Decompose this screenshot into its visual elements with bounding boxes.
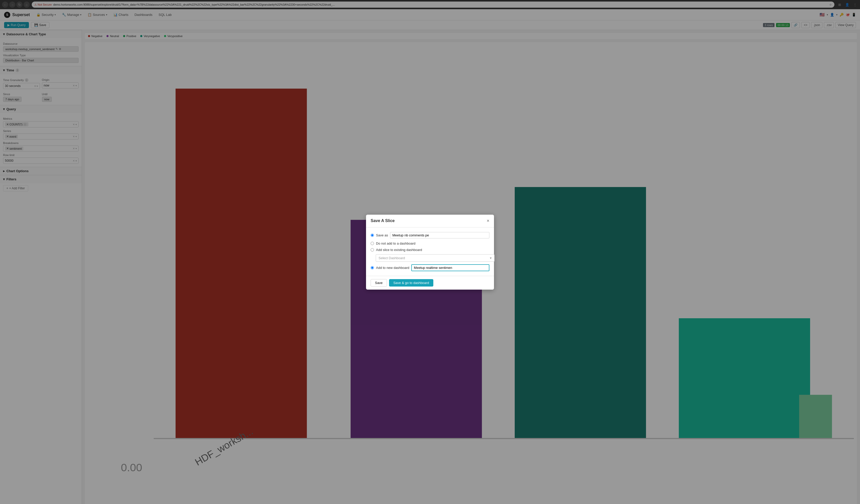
save-as-radio[interactable]: [371, 234, 374, 237]
no-dashboard-label: Do not add to a dashboard: [376, 241, 415, 245]
no-dashboard-radio[interactable]: [371, 242, 374, 245]
no-dashboard-row: Do not add to a dashboard: [371, 241, 489, 245]
save-btn[interactable]: Save: [371, 279, 387, 286]
modal-overlay[interactable]: Save A Slice × Save as Do not add to a d…: [0, 0, 860, 504]
modal-footer: Save Save & go to dashboard: [366, 276, 494, 290]
new-dashboard-label: Add to new dashboard: [376, 266, 409, 270]
save-slice-modal: Save A Slice × Save as Do not add to a d…: [366, 214, 494, 290]
new-dashboard-radio[interactable]: [371, 266, 374, 269]
select-dashboard-placeholder: Select Dashboard: [378, 256, 405, 260]
select-dashboard-dropdown[interactable]: Select Dashboard ▾: [376, 254, 494, 262]
existing-dashboard-radio[interactable]: [371, 248, 374, 251]
existing-dashboard-row: Add slice to existing dashboard: [371, 248, 489, 252]
new-dashboard-row: Add to new dashboard: [371, 264, 489, 271]
modal-body: Save as Do not add to a dashboard Add sl…: [366, 227, 494, 276]
existing-dashboard-label: Add slice to existing dashboard: [376, 248, 422, 252]
modal-title: Save A Slice: [371, 219, 395, 223]
save-as-label: Save as: [376, 233, 388, 237]
modal-close-button[interactable]: ×: [487, 218, 489, 224]
save-as-input[interactable]: [390, 232, 489, 238]
dropdown-chevron: ▾: [490, 256, 492, 260]
new-dashboard-input[interactable]: [411, 264, 489, 271]
save-as-row: Save as: [371, 232, 489, 238]
modal-header: Save A Slice ×: [366, 214, 494, 227]
save-go-btn[interactable]: Save & go to dashboard: [389, 279, 433, 286]
